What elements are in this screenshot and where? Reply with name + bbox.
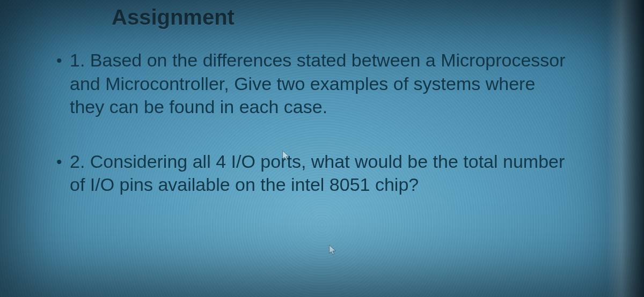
list-item-text: 2. Considering all 4 I/O ports, what wou…	[70, 151, 565, 195]
slide-title: Assignment	[112, 5, 574, 29]
slide-content: Assignment 1. Based on the differences s…	[0, 0, 644, 297]
list-item: 2. Considering all 4 I/O ports, what wou…	[54, 150, 574, 197]
presentation-slide: Assignment 1. Based on the differences s…	[0, 0, 644, 297]
list-item: 1. Based on the differences stated betwe…	[54, 49, 574, 119]
list-item-text: 1. Based on the differences stated betwe…	[70, 50, 566, 117]
bullet-list: 1. Based on the differences stated betwe…	[54, 49, 574, 197]
